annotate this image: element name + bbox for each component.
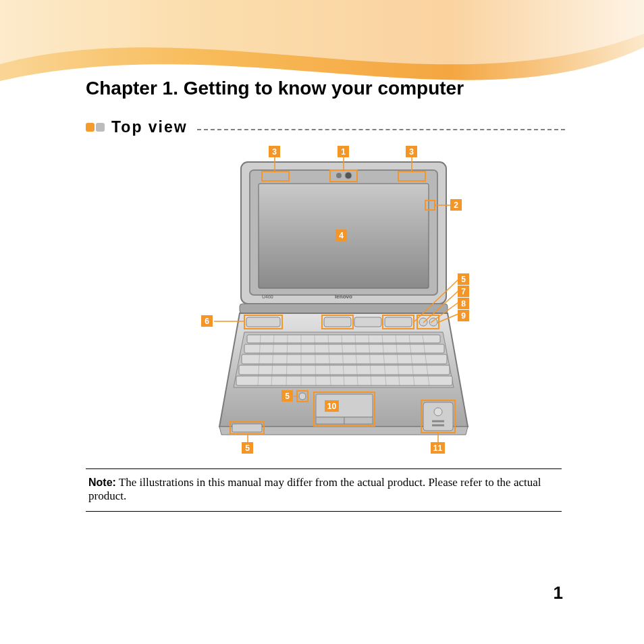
laptop-diagram: U460 lenovo [88,143,560,460]
callout-2: 2 [450,199,462,211]
note-box: Note: The illustrations in this manual m… [86,468,562,512]
svg-point-4 [345,172,352,179]
note-text: The illustrations in this manual may dif… [88,476,541,502]
callout-10: 10 [325,400,339,412]
svg-rect-21 [244,344,444,353]
bullet-icon [96,123,105,132]
chapter-title: Chapter 1. Getting to know your computer [86,78,464,99]
callout-5a: 5 [458,273,469,285]
callout-7: 7 [458,286,469,297]
svg-rect-42 [344,417,373,424]
svg-rect-10 [246,317,280,327]
bullet-icon [86,123,95,132]
callout-3b: 3 [406,146,417,157]
section-divider [197,129,565,130]
svg-rect-20 [247,335,440,343]
header-swoosh [0,0,644,135]
svg-rect-44 [232,424,262,432]
svg-rect-12 [354,317,381,327]
callout-9: 9 [458,310,469,321]
svg-rect-13 [385,317,412,327]
callout-3a: 3 [269,146,280,157]
svg-point-3 [336,173,342,178]
callout-5b: 5 [281,390,293,402]
callout-4: 4 [336,230,347,241]
svg-rect-9 [240,304,448,313]
svg-rect-23 [239,365,450,375]
svg-point-47 [434,408,442,416]
section-header: Top view [86,118,565,136]
svg-rect-41 [316,417,344,424]
callout-8: 8 [458,298,469,309]
callout-11: 11 [431,442,445,454]
section-title: Top view [111,118,188,136]
svg-point-38 [299,393,306,400]
note-label: Note: [88,477,116,488]
callout-5c: 5 [242,442,253,454]
svg-rect-11 [324,317,351,327]
callout-6: 6 [201,315,213,327]
brand-label: lenovo [335,294,352,300]
page-number: 1 [554,583,563,603]
model-label: U460 [262,294,273,299]
svg-rect-46 [423,402,453,431]
callout-1: 1 [338,146,349,157]
